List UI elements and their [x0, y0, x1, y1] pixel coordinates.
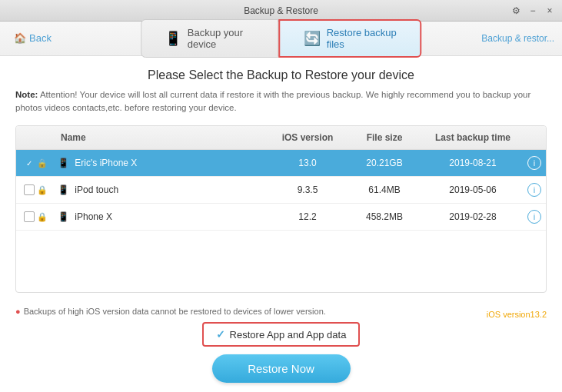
row2-checkbox[interactable] — [24, 184, 35, 195]
row3-device-icon: 📱 — [58, 211, 69, 222]
backup-table: Name iOS version File size Last backup t… — [15, 125, 547, 293]
restore-check-icon: ✓ — [216, 328, 225, 341]
row3-device-name: iPhone X — [75, 211, 112, 222]
restore-icon: 🔄 — [304, 30, 321, 47]
row2-device-icon: 📱 — [58, 184, 69, 195]
row2-ios: 9.3.5 — [269, 183, 346, 197]
row1-lock-icon: 🔒 — [37, 158, 48, 168]
row3-date: 2019-02-28 — [423, 210, 523, 224]
bottom-section: Backups of high iOS version data cannot … — [0, 301, 562, 392]
col-size: File size — [346, 131, 423, 145]
tab-restore[interactable]: 🔄 Restore backup files — [279, 19, 422, 58]
row1-checkbox[interactable] — [24, 158, 35, 168]
col-name: Name — [55, 131, 269, 145]
col-ios: iOS version — [269, 131, 346, 145]
row1-device-name: Eric's iPhone X — [75, 158, 137, 168]
row2-size: 61.4MB — [346, 183, 423, 197]
row1-date: 2019-08-21 — [423, 156, 523, 170]
row1-info-icon[interactable]: i — [527, 156, 541, 170]
backup-icon: 📱 — [165, 30, 181, 47]
row1-name: 📱 Eric's iPhone X — [55, 156, 269, 170]
row3-size: 458.2MB — [346, 210, 423, 224]
row1-device-icon: 📱 — [58, 158, 69, 168]
table-row[interactable]: 🔒 📱 iPhone X 12.2 458.2MB 2019-02-28 i — [16, 204, 546, 231]
row2-lock-icon: 🔒 — [37, 185, 48, 195]
warning-text: Backups of high iOS version data cannot … — [15, 307, 326, 316]
back-label: Back — [29, 32, 52, 44]
row2-name: 📱 iPod touch — [55, 183, 269, 197]
nav-bar: 🏠 Back 📱 Backup your device 🔄 Restore ba… — [0, 22, 562, 56]
breadcrumb[interactable]: Backup & restor... — [481, 33, 554, 44]
row2-device-name: iPod touch — [75, 184, 118, 195]
row1-size: 20.21GB — [346, 156, 423, 170]
row2-controls: 🔒 — [16, 183, 55, 197]
minimize-icon[interactable]: − — [527, 5, 539, 17]
page-title: Please Select the Backup to Restore your… — [15, 68, 547, 82]
col-info — [523, 131, 546, 145]
restore-now-button[interactable]: Restore Now — [212, 354, 351, 383]
note-prefix: Note: — [15, 90, 38, 99]
tab-restore-label: Restore backup files — [327, 27, 397, 50]
home-icon: 🏠 — [14, 32, 26, 44]
table-row[interactable]: 🔒 📱 Eric's iPhone X 13.0 20.21GB 2019-08… — [16, 150, 546, 177]
restore-option-label: Restore App and App data — [230, 329, 347, 341]
window-controls: ⚙ − × — [510, 5, 556, 17]
row3-checkbox[interactable] — [24, 211, 35, 222]
row3-lock-icon: 🔒 — [37, 212, 48, 222]
close-icon[interactable]: × — [544, 5, 556, 17]
tab-backup[interactable]: 📱 Backup your device — [141, 19, 279, 58]
table-row[interactable]: 🔒 📱 iPod touch 9.3.5 61.4MB 2019-05-06 i — [16, 177, 546, 204]
tab-backup-label: Backup your device — [188, 27, 255, 50]
main-content: 🏠 Back 📱 Backup your device 🔄 Restore ba… — [0, 22, 562, 392]
table-header: Name iOS version File size Last backup t… — [16, 126, 546, 150]
window-title: Backup & Restore — [244, 5, 318, 16]
row2-info-icon[interactable]: i — [527, 183, 541, 197]
restore-option-box[interactable]: ✓ Restore App and App data — [202, 322, 361, 347]
row3-controls: 🔒 — [16, 210, 55, 224]
row3-name: 📱 iPhone X — [55, 210, 269, 224]
row3-info-icon[interactable]: i — [527, 210, 541, 224]
note-text: Note: Attention! Your device will lost a… — [15, 88, 547, 115]
row2-info[interactable]: i — [523, 181, 546, 198]
back-button[interactable]: 🏠 Back — [8, 29, 58, 47]
row3-info[interactable]: i — [523, 208, 546, 225]
row1-ios: 13.0 — [269, 156, 346, 170]
note-body: Attention! Your device will lost all cur… — [15, 90, 530, 112]
ios-version-note: iOS version13.2 — [487, 310, 547, 319]
col-date: Last backup time — [423, 131, 523, 145]
warning-row: Backups of high iOS version data cannot … — [15, 307, 547, 322]
row3-ios: 12.2 — [269, 210, 346, 224]
row2-date: 2019-05-06 — [423, 183, 523, 197]
content-area: Please Select the Backup to Restore your… — [0, 56, 562, 301]
nav-tabs: 📱 Backup your device 🔄 Restore backup fi… — [141, 19, 422, 58]
row1-controls: 🔒 — [16, 156, 55, 170]
settings-icon[interactable]: ⚙ — [510, 5, 522, 17]
row1-info[interactable]: i — [523, 154, 546, 171]
col-checkbox — [16, 131, 55, 145]
restore-option-row: ✓ Restore App and App data — [15, 322, 547, 347]
table-empty-space — [16, 231, 546, 292]
